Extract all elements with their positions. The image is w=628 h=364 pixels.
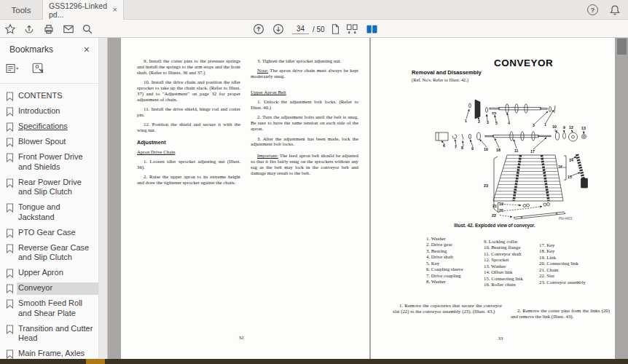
- single-page-view-icon[interactable]: [328, 22, 342, 36]
- new-bookmark-icon[interactable]: [32, 63, 45, 77]
- panel-close-icon[interactable]: ×: [84, 44, 90, 55]
- bookmark-ribbon-icon: [6, 153, 14, 162]
- part-item: 12. Sprocket: [484, 257, 523, 263]
- toolbar: / 50: [0, 20, 628, 38]
- email-icon[interactable]: [61, 22, 76, 36]
- document-pane: 9. Install the cotter pins to the pressu…: [108, 38, 628, 359]
- svg-text:6: 6: [443, 143, 445, 148]
- paragraph: 12. Position the shield and secure it wi…: [137, 122, 240, 133]
- heading-adjustment: Adjustment: [137, 139, 240, 146]
- removal-step-2: 2. Remove the cotter pins from the links…: [511, 308, 610, 320]
- svg-text:11: 11: [514, 149, 519, 153]
- svg-text:10: 10: [484, 147, 488, 151]
- note-paragraph: Note: The apron drive chain must always …: [251, 68, 358, 79]
- bookmark-ribbon-icon: [6, 92, 14, 101]
- removal-ref-note: (Ref. No's. Refer to Illust. 42.): [412, 77, 468, 82]
- page-number-33: 33: [493, 336, 508, 341]
- paragraph: 1. Unlock the adjustment bolt locks. (Re…: [251, 99, 358, 111]
- tab-document[interactable]: GSS1296-Linked pd... ×: [42, 0, 124, 20]
- part-item: 21. Chain: [539, 267, 586, 273]
- tab-tools[interactable]: Tools: [0, 0, 42, 20]
- part-item: 9. Locking collar: [484, 239, 523, 245]
- part-item: 4. Drive shaft: [426, 254, 463, 260]
- parts-list-column-3: 17. Key 18. Key 19. Link 20. Connecting …: [539, 242, 586, 285]
- taskbar-active-indicator: [86, 359, 105, 364]
- bookmark-item-conveyor[interactable]: Conveyor: [6, 283, 97, 293]
- bookmark-ribbon-icon: [6, 178, 14, 188]
- bookmark-ribbon-icon: [6, 244, 14, 253]
- bookmark-item-upper-apron[interactable]: Upper Apron: [6, 268, 97, 278]
- part-item: 18. Key: [539, 248, 586, 254]
- bookmark-ribbon-icon: [6, 284, 14, 293]
- page-total-label: / 50: [313, 25, 325, 33]
- tab-document-label: GSS1296-Linked pd...: [49, 1, 113, 19]
- bookmarks-list: CONTENTS Introduction Specifications Blo…: [0, 84, 98, 364]
- bookmarks-title: Bookmarks: [9, 44, 53, 55]
- svg-text:15: 15: [568, 175, 572, 179]
- paragraph: 1. Loosen idler sprocket adjusting nut (…: [137, 159, 240, 170]
- bookmark-item-contents[interactable]: CONTENTS: [6, 91, 97, 101]
- bookmark-ribbon-icon: [6, 229, 14, 238]
- part-item: 16. Roller chain: [484, 282, 523, 288]
- bookmark-item-tongue-jackstand[interactable]: Tongue and Jackstand: [6, 202, 97, 223]
- bookmark-ribbon-icon: [6, 269, 14, 278]
- help-icon[interactable]: ?: [587, 4, 598, 15]
- tab-close-icon[interactable]: ×: [113, 6, 117, 14]
- page32-column-2: 3. Tighten the idler sprocket adjusting …: [251, 58, 358, 180]
- bookmark-item-smooth-feed-roll[interactable]: Smooth Feed Roll and Shear Plate: [6, 298, 97, 319]
- page-number-input[interactable]: [292, 23, 309, 34]
- bookmarks-panel: Bookmarks × CONTENTS Introduction Specif…: [0, 38, 99, 359]
- svg-text:20: 20: [499, 208, 503, 213]
- svg-text:5: 5: [495, 121, 498, 125]
- share-upload-icon[interactable]: [22, 22, 36, 36]
- paragraph: 3. Tighten the idler sprocket adjusting …: [251, 58, 358, 64]
- bookmark-item-rear-power-drive[interactable]: Rear Power Drive and Slip Clutch: [6, 178, 97, 198]
- vertical-scrollbar-thumb[interactable]: [617, 39, 627, 55]
- two-page-view-icon[interactable]: [364, 22, 379, 36]
- previous-page-button[interactable]: [251, 22, 266, 36]
- bookmark-ribbon-icon: [6, 138, 14, 147]
- panel-resize-gutter[interactable]: [99, 38, 108, 359]
- svg-text:19: 19: [499, 202, 503, 206]
- part-item: 7. Drive coupling: [426, 273, 463, 279]
- bell-icon[interactable]: [609, 4, 621, 16]
- paragraph: 11. Install the drive shield, hinge rod …: [137, 106, 240, 118]
- bookmark-item-reverse-gear-case[interactable]: Reverse Gear Case and Slip Clutch: [6, 243, 97, 264]
- svg-text:9: 9: [563, 125, 565, 130]
- manual-page-32: 9. Install the cotter pins to the pressu…: [121, 38, 369, 359]
- bookmark-item-introduction[interactable]: Introduction: [6, 106, 97, 116]
- print-icon[interactable]: [42, 22, 56, 36]
- svg-text:18: 18: [496, 148, 501, 152]
- bookmark-ribbon-icon: [6, 203, 14, 213]
- page-scrolling-icon[interactable]: [345, 22, 359, 36]
- svg-text:10: 10: [552, 124, 557, 129]
- bookmark-item-pto-gear-case[interactable]: PTO Gear Case: [6, 228, 97, 238]
- star-icon[interactable]: [3, 22, 17, 36]
- bookmark-item-blower-spout[interactable]: Blower Spout: [6, 137, 97, 147]
- svg-text:1: 1: [544, 122, 546, 127]
- part-item: 5. Key: [426, 261, 463, 266]
- bookmark-options-icon[interactable]: [6, 63, 20, 76]
- svg-text:3: 3: [533, 123, 535, 127]
- svg-text:7: 7: [455, 145, 457, 149]
- search-icon[interactable]: [80, 22, 95, 36]
- bookmark-item-specifications[interactable]: Specifications: [6, 122, 97, 132]
- tab-bar: Tools GSS1296-Linked pd... × ?: [0, 0, 628, 20]
- taskbar-edge: [0, 359, 628, 364]
- bookmark-item-front-power-drive[interactable]: Front Power Drive and Shields: [6, 152, 97, 173]
- svg-text:13: 13: [581, 126, 586, 130]
- part-item: 23. Conveyor assembly: [539, 280, 586, 285]
- svg-text:16: 16: [558, 165, 562, 169]
- part-item: 11. Conveyor shaft: [484, 251, 523, 257]
- next-page-button[interactable]: [271, 22, 286, 36]
- part-item: 15. Connecting link: [484, 276, 523, 282]
- part-item: 6. Coupling sleeve: [426, 266, 463, 272]
- illustration-code: PM-4403: [559, 217, 572, 221]
- heading-upper-apron-belt: Upper Apron Belt: [251, 90, 358, 95]
- part-item: 17. Key: [539, 242, 586, 248]
- acrobat-window: { "colors": { "accent_blue": "#1473e6", …: [0, 0, 628, 364]
- svg-text:22: 22: [492, 213, 496, 218]
- bookmark-item-transition-cutter-head[interactable]: Transition and Cutter Head: [6, 324, 97, 344]
- bookmark-ribbon-icon: [6, 325, 14, 334]
- parts-list-column-2: 9. Locking collar 10. Bearing flange 11.…: [484, 239, 523, 288]
